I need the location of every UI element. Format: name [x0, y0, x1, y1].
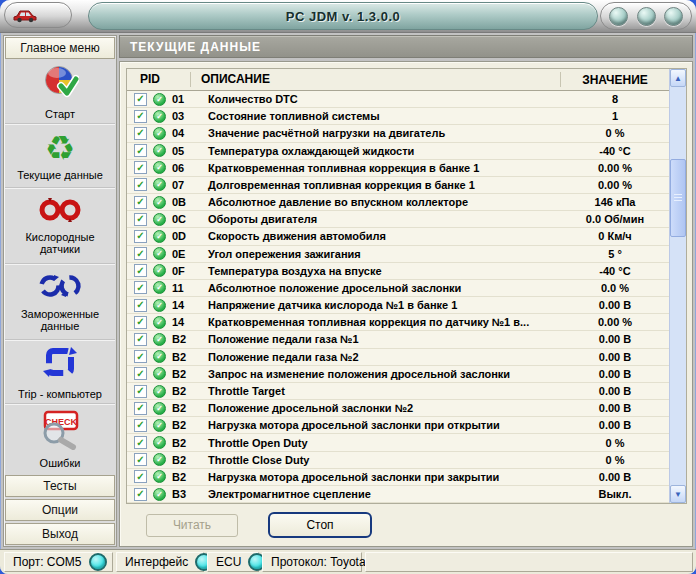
read-button[interactable]: Читать	[146, 514, 238, 537]
system-menu-button[interactable]	[4, 2, 72, 28]
sidebar-button-options[interactable]: Опции	[5, 499, 115, 521]
row-checkbox[interactable]: ✓	[134, 299, 147, 312]
row-checkbox[interactable]: ✓	[134, 488, 147, 501]
row-value: 0.00 В	[561, 333, 669, 345]
row-checkbox[interactable]: ✓	[134, 127, 147, 140]
row-checkbox[interactable]: ✓	[134, 402, 147, 415]
status-panel-protocol: Протокол: Toyota	[262, 552, 362, 572]
scroll-down-button[interactable]: ▼	[670, 485, 686, 503]
row-pid: 14	[172, 316, 202, 328]
row-value: 0 Км/ч	[561, 230, 669, 242]
table-row[interactable]: ✓ ✓ 0F Температура воздуха на впуске -40…	[127, 263, 669, 280]
row-value: 146 кПа	[561, 196, 669, 208]
sidebar-item-oxygen-sensors[interactable]: Кислородные датчики	[5, 188, 115, 264]
maximize-button[interactable]	[637, 7, 656, 26]
table-row[interactable]: ✓ ✓ B2 Throttle Open Duty 0 %	[127, 434, 669, 451]
sidebar-item-errors[interactable]: CHECK Ошибки	[5, 404, 115, 474]
row-pid: 0E	[172, 248, 202, 260]
table-row[interactable]: ✓ ✓ B2 Положение дросельной заслонки №2 …	[127, 400, 669, 417]
row-checkbox[interactable]: ✓	[134, 316, 147, 329]
table-row[interactable]: ✓ ✓ 05 Температура охлаждающей жидкости …	[127, 143, 669, 160]
sidebar-button-tests[interactable]: Тесты	[5, 475, 115, 497]
sidebar-item-label: Замороженные данные	[5, 308, 115, 332]
column-header-pid[interactable]: PID	[127, 72, 191, 87]
minimize-button[interactable]	[609, 7, 628, 26]
row-checkbox[interactable]: ✓	[134, 264, 147, 277]
table-row[interactable]: ✓ ✓ 14 Напряжение датчика кислорода №1 в…	[127, 297, 669, 314]
row-checkbox[interactable]: ✓	[134, 196, 147, 209]
row-checkbox[interactable]: ✓	[134, 230, 147, 243]
table-row[interactable]: ✓ ✓ B2 Throttle Close Duty 0 %	[127, 452, 669, 469]
row-checkbox[interactable]: ✓	[134, 453, 147, 466]
table-row[interactable]: ✓ ✓ 0D Скорость движения автомобиля 0 Км…	[127, 228, 669, 245]
row-checkbox[interactable]: ✓	[134, 367, 147, 380]
row-pid: 05	[172, 145, 202, 157]
table-row[interactable]: ✓ ✓ 06 Кратковременная топливная коррекц…	[127, 160, 669, 177]
scroll-up-button[interactable]: ▲	[670, 69, 686, 87]
scrollbar-track[interactable]	[670, 87, 686, 485]
row-checkbox[interactable]: ✓	[134, 110, 147, 123]
column-header-value[interactable]: ЗНАЧЕНИЕ	[561, 73, 669, 87]
table-row[interactable]: ✓ ✓ 11 Абсолютное положение дросельной з…	[127, 280, 669, 297]
frozen-data-icon	[38, 271, 82, 305]
scrollbar-thumb[interactable]	[670, 159, 686, 237]
row-description: Напряжение датчика кислорода №1 в банке …	[202, 299, 561, 311]
table-row[interactable]: ✓ ✓ B2 Положение педали газа №1 0.00 В	[127, 331, 669, 348]
row-pid: B2	[172, 385, 202, 397]
sidebar-item-frozen-data[interactable]: Замороженные данные	[5, 264, 115, 340]
table-row[interactable]: ✓ ✓ 14 Кратковременная топливная коррекц…	[127, 314, 669, 331]
table-row[interactable]: ✓ ✓ B2 Положение педали газа №2 0.00 В	[127, 349, 669, 366]
row-checkbox[interactable]: ✓	[134, 93, 147, 106]
status-panel-interface: Интерфейс	[116, 552, 204, 572]
row-checkbox[interactable]: ✓	[134, 436, 147, 449]
row-pid: 07	[172, 179, 202, 191]
row-description: Нагрузка мотора дросельной заслонки при …	[202, 419, 561, 431]
row-value: 0.00 В	[561, 368, 669, 380]
sidebar-item-start[interactable]: Старт	[5, 60, 115, 124]
row-checkbox[interactable]: ✓	[134, 385, 147, 398]
row-checkbox[interactable]: ✓	[134, 419, 147, 432]
table-row[interactable]: ✓ ✓ 0B Абсолютное давление во впускном к…	[127, 194, 669, 211]
table-row[interactable]: ✓ ✓ B2 Нагрузка мотора дросельной заслон…	[127, 417, 669, 434]
table-row[interactable]: ✓ ✓ B2 Нагрузка мотора дросельной заслон…	[127, 469, 669, 486]
table-row[interactable]: ✓ ✓ 0C Обороты двигателя 0.0 Об/мин	[127, 211, 669, 228]
row-checkbox[interactable]: ✓	[134, 470, 147, 483]
table-row[interactable]: ✓ ✓ 0E Угол опережения зажигания 5 °	[127, 246, 669, 263]
sidebar-item-label: Старт	[43, 108, 77, 120]
sidebar-item-trip-computer[interactable]: Trip - компьютер	[5, 340, 115, 404]
row-value: 0.00 В	[561, 471, 669, 483]
table-row[interactable]: ✓ ✓ 01 Количество DTC 8	[127, 91, 669, 108]
table-row[interactable]: ✓ ✓ 03 Состояние топливной системы 1	[127, 108, 669, 125]
stop-button[interactable]: Стоп	[268, 512, 372, 538]
status-ok-icon: ✓	[153, 230, 166, 243]
sidebar-header-main-menu[interactable]: Главное меню	[5, 37, 115, 59]
trip-computer-icon	[41, 343, 79, 385]
sidebar-button-exit[interactable]: Выход	[5, 523, 115, 545]
titlebar: PC JDM v. 1.3.0.0	[0, 0, 696, 33]
check-engine-search-icon: CHECK	[37, 408, 83, 454]
row-checkbox[interactable]: ✓	[134, 161, 147, 174]
row-checkbox[interactable]: ✓	[134, 281, 147, 294]
table-row[interactable]: ✓ ✓ B3 Электромагнитное сцепление Выкл.	[127, 486, 669, 503]
row-checkbox[interactable]: ✓	[134, 178, 147, 191]
row-pid: 06	[172, 162, 202, 174]
row-checkbox[interactable]: ✓	[134, 247, 147, 260]
vertical-scrollbar[interactable]: ▲ ▼	[669, 69, 686, 503]
sidebar-item-live-data[interactable]: ♻ Текущие данные	[5, 124, 115, 188]
column-header-description[interactable]: ОПИСАНИЕ	[191, 72, 561, 87]
row-pid: 0C	[172, 213, 202, 225]
table-row[interactable]: ✓ ✓ 04 Значение расчётной нагрузки на дв…	[127, 125, 669, 142]
table-row[interactable]: ✓ ✓ 07 Долговременная топливная коррекци…	[127, 177, 669, 194]
row-checkbox[interactable]: ✓	[134, 213, 147, 226]
row-value: 0.00 В	[561, 351, 669, 363]
status-ok-icon: ✓	[153, 281, 166, 294]
row-checkbox[interactable]: ✓	[134, 350, 147, 363]
row-pid: B2	[172, 419, 202, 431]
close-button[interactable]	[664, 7, 683, 26]
table-row[interactable]: ✓ ✓ B2 Throttle Target 0.00 В	[127, 383, 669, 400]
row-pid: 0B	[172, 196, 202, 208]
row-pid: 0D	[172, 230, 202, 242]
table-row[interactable]: ✓ ✓ B2 Запрос на изменение положения дро…	[127, 366, 669, 383]
row-checkbox[interactable]: ✓	[134, 144, 147, 157]
row-checkbox[interactable]: ✓	[134, 333, 147, 346]
